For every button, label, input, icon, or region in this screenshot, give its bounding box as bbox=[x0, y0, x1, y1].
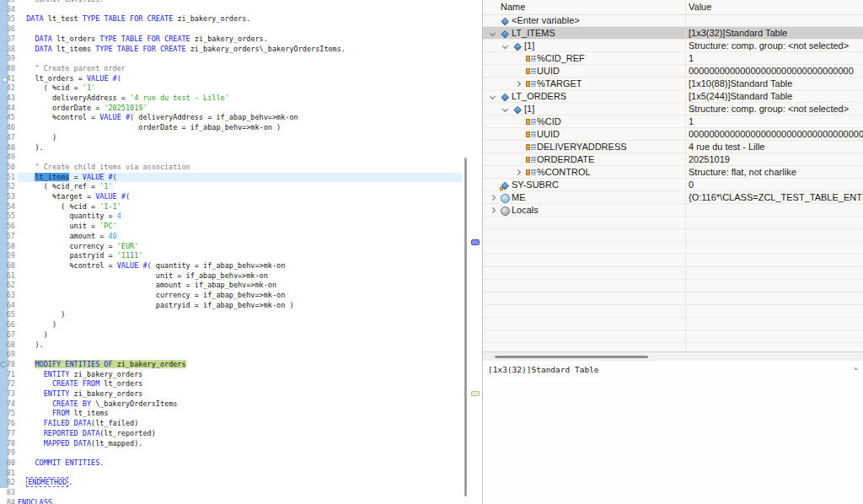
chevron-down-icon[interactable] bbox=[490, 30, 496, 36]
debug-position-annotation-marker[interactable] bbox=[471, 391, 480, 396]
scroll-up-arrow-icon[interactable]: ▲ bbox=[853, 365, 859, 371]
variable-row--cid[interactable]: %CID1 bbox=[483, 115, 863, 128]
pane-splitter[interactable] bbox=[483, 351, 863, 361]
line-number[interactable]: 40 bbox=[0, 64, 15, 74]
code-line-35[interactable]: 35 DATA lt_test TYPE TABLE FOR CREATE zi… bbox=[0, 14, 462, 24]
code-line-55[interactable]: 55 quantity = 4 bbox=[0, 212, 462, 222]
chevron-right-icon[interactable] bbox=[515, 81, 521, 87]
code-line-67[interactable]: 67 ) bbox=[0, 330, 462, 340]
code-line-59[interactable]: 59 pastryid = '1111' bbox=[0, 251, 462, 261]
code-line-77[interactable]: 77 REPORTED DATA(lt_reported) bbox=[0, 429, 462, 439]
breakpoint-icon[interactable] bbox=[2, 77, 8, 83]
code-line-37[interactable]: 37 DATA lt_orders TYPE TABLE FOR CREATE … bbox=[0, 35, 462, 45]
variable-value[interactable]: 00000000000000000000000000000000 bbox=[689, 66, 854, 76]
variable-value[interactable]: [1x5(244)]Standard Table bbox=[689, 91, 792, 101]
line-number[interactable]: 46 bbox=[0, 123, 15, 133]
code-line-72[interactable]: 72 CREATE FROM lt_orders bbox=[0, 379, 462, 389]
chevron-right-icon[interactable] bbox=[490, 195, 496, 201]
editor-scrollbar-thumb[interactable] bbox=[464, 158, 467, 496]
code-line-80[interactable]: 80 COMMIT ENTITIES. bbox=[0, 458, 462, 469]
variable-name[interactable]: %CONTROL bbox=[537, 167, 591, 177]
line-number[interactable]: 38 bbox=[0, 45, 15, 55]
line-number[interactable]: 82 bbox=[0, 478, 15, 488]
line-number[interactable]: 78 bbox=[0, 439, 15, 449]
code-line-38[interactable]: 38 DATA lt_items TYPE TABLE FOR CREATE z… bbox=[0, 45, 462, 55]
code-line-42[interactable]: 42 ( %cid = '1' bbox=[0, 83, 462, 94]
line-number[interactable]: 43 bbox=[0, 94, 15, 104]
column-header-value[interactable]: Value bbox=[689, 2, 711, 12]
variable-name[interactable]: LT_ORDERS bbox=[512, 91, 566, 101]
code-line-40[interactable]: 40 " Create parent order bbox=[0, 64, 462, 74]
code-line-66[interactable]: 66 ) bbox=[0, 320, 462, 330]
code-line-60[interactable]: 60 %control = VALUE #( quantity = if_aba… bbox=[0, 261, 462, 271]
variable-row--control[interactable]: %CONTROLStructure: flat, not charlike bbox=[483, 166, 863, 179]
line-number[interactable]: 72 bbox=[0, 379, 15, 389]
line-number[interactable]: 67 bbox=[0, 330, 15, 340]
code-line-64[interactable]: 64 pastryid = if_abap_behv=>mk-on ) bbox=[0, 301, 462, 311]
variable-value[interactable]: 4 rue du test - Lille bbox=[689, 142, 765, 152]
variable-name[interactable]: UUID bbox=[537, 66, 560, 76]
column-resize-divider[interactable] bbox=[685, 0, 686, 351]
code-line-39[interactable]: 39 bbox=[0, 54, 462, 64]
line-number[interactable]: 59 bbox=[0, 251, 15, 261]
variable-detail-pane[interactable]: [1x3(32)]Standard Table ▲ bbox=[483, 361, 863, 504]
variable-value[interactable]: 1 bbox=[689, 116, 694, 126]
variable-name[interactable]: %TARGET bbox=[537, 78, 582, 88]
chevron-down-icon[interactable] bbox=[502, 106, 508, 112]
code-line-75[interactable]: 75 FROM lt_items bbox=[0, 409, 462, 419]
variable-name[interactable]: LT_ITEMS bbox=[512, 28, 555, 38]
line-number[interactable]: 61 bbox=[0, 271, 15, 281]
variable-value[interactable]: [1x10(88)]Standard Table bbox=[689, 78, 792, 88]
line-number[interactable]: 71 bbox=[0, 370, 15, 380]
variable-row-uuid[interactable]: UUID0000000000000000000000000000000000 bbox=[483, 128, 863, 141]
line-number[interactable]: 44 bbox=[0, 104, 15, 114]
line-number[interactable]: 45 bbox=[0, 113, 15, 123]
variable-row--cid-ref[interactable]: %CID_REF1 bbox=[483, 52, 863, 65]
code-line-57[interactable]: 57 amount = 40 bbox=[0, 232, 462, 242]
code-line-41[interactable]: 41 lt_orders = VALUE #( bbox=[0, 74, 462, 84]
line-number[interactable]: 79 bbox=[0, 448, 15, 458]
editor-scrollbar[interactable] bbox=[462, 0, 469, 504]
variable-row-me[interactable]: ME{O:116*\CLASS=ZCL_TEST_TABLE_ENTITIES} bbox=[483, 191, 863, 204]
code-line-81[interactable]: 81 bbox=[0, 469, 462, 479]
variable-row-lt-items[interactable]: LT_ITEMS[1x3(32)]Standard Table bbox=[483, 27, 863, 40]
line-number[interactable]: 53 bbox=[0, 192, 15, 202]
variable-name[interactable]: [1] bbox=[524, 104, 534, 114]
line-number[interactable]: 66 bbox=[0, 320, 15, 330]
line-number[interactable]: 49 bbox=[0, 153, 15, 163]
code-line-48[interactable]: 48 ). bbox=[0, 143, 462, 153]
line-number[interactable]: 62 bbox=[0, 281, 15, 291]
code-line-70[interactable]: 70 MODIFY ENTITIES OF zi_bakery_orders bbox=[0, 360, 462, 370]
line-number[interactable]: 51 bbox=[0, 173, 15, 183]
code-line-74[interactable]: 74 CREATE BY \_bakeryOrdersItems bbox=[0, 399, 462, 410]
column-header-name[interactable]: Name bbox=[501, 2, 525, 12]
variable-name[interactable]: [1] bbox=[524, 40, 534, 51]
variable-name[interactable]: DELIVERYADDRESS bbox=[537, 142, 627, 152]
variable-value[interactable]: 20251019 bbox=[689, 154, 730, 164]
variable-row-deliveryaddress[interactable]: DELIVERYADDRESS4 rue du test - Lille bbox=[483, 141, 863, 153]
chevron-down-icon[interactable] bbox=[490, 94, 496, 99]
code-line-43[interactable]: 43 deliveryAddress = '4 rue du test - Li… bbox=[0, 94, 462, 104]
line-number[interactable]: 54 bbox=[0, 202, 15, 212]
variable-row-uuid[interactable]: UUID00000000000000000000000000000000 bbox=[483, 65, 863, 78]
line-number[interactable]: 35 bbox=[0, 14, 15, 24]
variable-value[interactable]: 1 bbox=[689, 53, 694, 63]
variable-name[interactable]: Locals bbox=[512, 205, 539, 215]
code-line-82[interactable]: 82 ENDMETHOD. bbox=[0, 478, 462, 488]
line-number[interactable]: 42 bbox=[0, 83, 15, 94]
line-number[interactable]: 75 bbox=[0, 409, 15, 419]
line-number[interactable]: 83 bbox=[0, 488, 15, 498]
code-line-49[interactable]: 49 bbox=[0, 153, 462, 163]
line-number[interactable]: 81 bbox=[0, 469, 15, 479]
code-line-51[interactable]: 51 lt_items = VALUE #( bbox=[0, 173, 462, 183]
code-line-71[interactable]: 71 ENTITY zi_bakery_orders bbox=[0, 370, 462, 380]
code-line-53[interactable]: 53 %target = VALUE #( bbox=[0, 192, 462, 202]
line-number[interactable]: 84 bbox=[0, 498, 15, 504]
code-line-78[interactable]: 78 MAPPED DATA(lt_mapped). bbox=[0, 439, 462, 449]
code-line-68[interactable]: 68 ). bbox=[0, 340, 462, 351]
code-line-58[interactable]: 58 currency = 'EUR' bbox=[0, 242, 462, 252]
variable-name[interactable]: SY-SUBRC bbox=[512, 180, 559, 190]
variable-row-lt-orders[interactable]: LT_ORDERS[1x5(244)]Standard Table bbox=[483, 90, 863, 103]
code-line-47[interactable]: 47 ) bbox=[0, 133, 462, 143]
variable-value[interactable]: Structure: comp. group: <not selected> bbox=[689, 40, 849, 51]
